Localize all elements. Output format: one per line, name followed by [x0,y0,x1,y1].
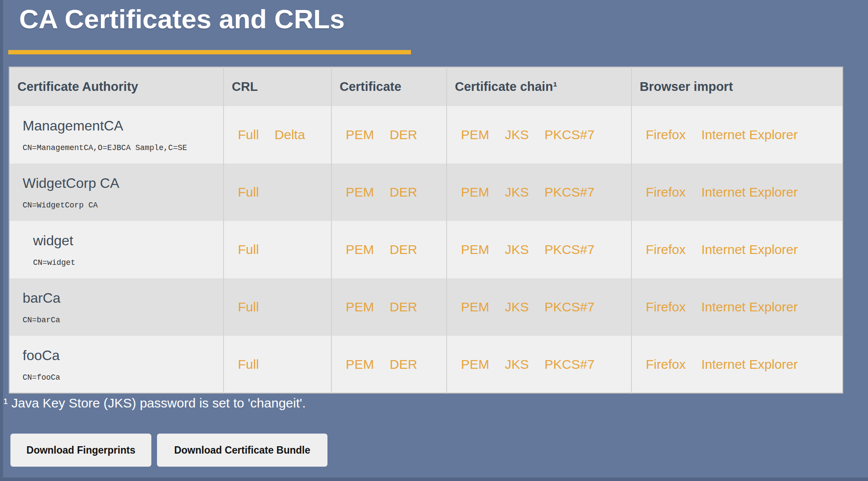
ca-authority-cell: ManagementCACN=ManagementCA,O=EJBCA Samp… [9,106,224,164]
chain-jks-link[interactable]: JKS [505,357,529,372]
column-header-certificate-chain: Certificate chain¹ [447,67,631,106]
cert-pem-link[interactable]: PEM [346,127,374,142]
cert-der-link[interactable]: DER [390,185,417,200]
cert-der-link[interactable]: DER [390,242,417,257]
ca-name: widget [33,232,223,249]
cert-pem-link[interactable]: PEM [346,300,374,314]
crl-links-cell: Full [224,336,331,393]
ca-row: fooCaCN=fooCaFullPEMDERPEMJKSPKCS#7Firef… [9,336,843,393]
crl-full-link[interactable]: Full [238,127,259,142]
browser-firefox-link[interactable]: Firefox [646,357,686,372]
crl-links-cell: Full [224,278,331,336]
chain-pkcs-7-link[interactable]: PKCS#7 [544,185,594,200]
crl-full-link[interactable]: Full [238,242,259,257]
browser-links-cell: FirefoxInternet Explorer [631,336,843,393]
crl-delta-link[interactable]: Delta [274,127,305,142]
ca-row: barCaCN=barCaFullPEMDERPEMJKSPKCS#7Firef… [9,278,843,336]
chain-pem-link[interactable]: PEM [461,357,489,372]
ca-subject-dn: CN=ManagementCA,O=EJBCA Sample,C=SE [23,144,223,152]
chain-pem-link[interactable]: PEM [461,242,489,257]
window-edge-left [0,0,3,481]
ca-certificates-table: Certificate Authority CRL Certificate Ce… [9,67,843,394]
chain-links-cell: PEMJKSPKCS#7 [447,106,631,164]
browser-firefox-link[interactable]: Firefox [646,300,686,314]
browser-internet-explorer-link[interactable]: Internet Explorer [701,127,798,142]
title-underline [8,50,411,54]
cert-der-link[interactable]: DER [390,357,417,372]
cert-pem-link[interactable]: PEM [346,185,374,200]
browser-links-cell: FirefoxInternet Explorer [631,221,843,278]
browser-links-cell: FirefoxInternet Explorer [631,278,843,336]
cert-pem-link[interactable]: PEM [346,357,374,372]
browser-links-cell: FirefoxInternet Explorer [631,106,843,164]
cert-links-cell: PEMDER [331,221,447,278]
ca-subject-dn: CN=WidgetCorp CA [23,201,223,210]
ca-authority-cell: widgetCN=widget [9,221,224,278]
ca-authority-cell: fooCaCN=fooCa [9,336,224,393]
chain-pem-link[interactable]: PEM [461,127,489,142]
ca-name: ManagementCA [23,117,223,134]
chain-jks-link[interactable]: JKS [505,300,529,314]
crl-links-cell: Full [224,164,331,221]
chain-pkcs-7-link[interactable]: PKCS#7 [544,242,594,257]
ca-row: ManagementCACN=ManagementCA,O=EJBCA Samp… [9,106,843,164]
ca-name: barCa [23,290,223,306]
table-header-row: Certificate Authority CRL Certificate Ce… [9,67,843,106]
download-fingerprints-button[interactable]: Download Fingerprints [10,434,151,467]
crl-links-cell: FullDelta [224,106,331,164]
cert-der-link[interactable]: DER [390,127,417,142]
table-body: ManagementCACN=ManagementCA,O=EJBCA Samp… [9,106,843,393]
browser-internet-explorer-link[interactable]: Internet Explorer [701,242,798,257]
cert-links-cell: PEMDER [331,106,447,164]
chain-jks-link[interactable]: JKS [505,242,529,257]
window-edge-bottom [0,478,868,481]
cert-links-cell: PEMDER [331,164,447,221]
jks-password-footnote: ¹ Java Key Store (JKS) password is set t… [3,396,306,411]
cert-pem-link[interactable]: PEM [346,242,374,257]
ca-subject-dn: CN=barCa [23,316,223,324]
ca-authority-cell: WidgetCorp CACN=WidgetCorp CA [9,164,224,221]
ca-subject-dn: CN=fooCa [23,373,223,382]
chain-pem-link[interactable]: PEM [461,185,489,200]
ca-row: widgetCN=widgetFullPEMDERPEMJKSPKCS#7Fir… [9,221,843,278]
ca-name: fooCa [23,347,223,364]
crl-full-link[interactable]: Full [238,300,259,314]
chain-jks-link[interactable]: JKS [505,127,529,142]
column-header-certificate: Certificate [331,67,447,106]
chain-links-cell: PEMJKSPKCS#7 [447,336,631,393]
crl-full-link[interactable]: Full [238,185,259,200]
page-title: CA Certificates and CRLs [19,3,345,34]
column-header-browser-import: Browser import [631,67,843,106]
ca-authority-cell: barCaCN=barCa [9,278,224,336]
download-buttons: Download Fingerprints Download Certifica… [10,434,327,467]
ca-row: WidgetCorp CACN=WidgetCorp CAFullPEMDERP… [9,164,843,221]
chain-links-cell: PEMJKSPKCS#7 [447,164,631,221]
crl-links-cell: Full [224,221,331,278]
chain-pem-link[interactable]: PEM [461,300,489,314]
cert-der-link[interactable]: DER [390,300,417,314]
chain-pkcs-7-link[interactable]: PKCS#7 [544,127,594,142]
ca-subject-dn: CN=widget [33,258,223,267]
cert-links-cell: PEMDER [331,278,447,336]
browser-internet-explorer-link[interactable]: Internet Explorer [701,185,798,200]
browser-firefox-link[interactable]: Firefox [646,242,686,257]
cert-links-cell: PEMDER [331,336,447,393]
chain-links-cell: PEMJKSPKCS#7 [447,278,631,336]
crl-full-link[interactable]: Full [238,357,259,372]
browser-links-cell: FirefoxInternet Explorer [631,164,843,221]
ca-name: WidgetCorp CA [23,175,223,191]
browser-internet-explorer-link[interactable]: Internet Explorer [701,357,798,372]
column-header-crl: CRL [224,67,331,106]
browser-internet-explorer-link[interactable]: Internet Explorer [701,300,798,314]
column-header-certificate-authority: Certificate Authority [9,67,224,106]
chain-pkcs-7-link[interactable]: PKCS#7 [544,300,594,314]
download-certificate-bundle-button[interactable]: Download Certificate Bundle [157,434,327,467]
browser-firefox-link[interactable]: Firefox [646,127,686,142]
browser-firefox-link[interactable]: Firefox [646,185,686,200]
chain-jks-link[interactable]: JKS [505,185,529,200]
chain-links-cell: PEMJKSPKCS#7 [447,221,631,278]
chain-pkcs-7-link[interactable]: PKCS#7 [544,357,594,372]
